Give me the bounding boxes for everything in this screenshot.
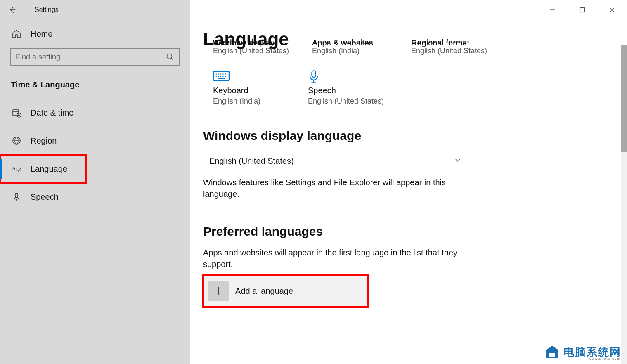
sidebar-item-label: Language [31,164,67,174]
svg-rect-37 [549,352,555,353]
overview-tile-regional-format[interactable]: Regional format English (United States) [411,38,494,55]
add-language-button[interactable]: Add a language [203,275,367,307]
sidebar-item-region[interactable]: Region [0,127,190,155]
tile-title: Keyboard [213,86,291,95]
tile-title: Windows display [213,39,274,44]
svg-point-5 [167,54,172,59]
svg-rect-7 [13,110,19,116]
sidebar-item-label: Date & time [31,108,73,118]
dropdown-selected: English (United States) [209,156,294,166]
add-language-label: Add a language [235,286,293,296]
tile-title: Apps & websites [312,39,373,44]
overview-tile-speech[interactable]: Speech English (United States) [308,67,386,106]
chevron-down-icon [454,157,461,165]
keyboard-icon [213,70,228,82]
svg-line-6 [171,58,173,60]
tile-subtitle: English (United States) [308,97,386,106]
tile-subtitle: English (India) [213,97,291,106]
tile-subtitle: English (United States) [411,47,494,55]
section-heading-preferred-languages: Preferred languages [203,225,627,239]
overview-tile-apps-websites[interactable]: Apps & websites English (India) [312,38,395,55]
sidebar: Settings Home Time & Language Date & [0,0,190,364]
home-icon [12,29,21,39]
language-icon: A字 [12,164,21,174]
display-language-dropdown[interactable]: English (United States) [203,152,467,170]
svg-text:A: A [12,166,16,171]
search-icon [166,53,174,61]
section-heading-display-language: Windows display language [203,129,627,143]
sidebar-item-speech[interactable]: Speech [0,183,190,211]
tile-subtitle: English (United States) [213,47,296,55]
sidebar-item-label: Region [31,136,57,146]
calendar-clock-icon [12,108,21,118]
overview-tile-windows-display[interactable]: Windows display English (United States) [213,38,296,55]
sidebar-item-label: Speech [31,192,59,202]
sidebar-item-language[interactable]: A字 Language [0,155,86,183]
plus-icon [208,281,229,301]
search-input[interactable] [16,53,166,61]
category-title: Time & Language [0,78,190,99]
back-button[interactable] [7,5,17,15]
sidebar-item-home[interactable]: Home [0,20,190,48]
preferred-languages-description: Apps and websites will appear in the fir… [203,247,467,270]
tile-subtitle: English (India) [312,47,395,55]
display-language-description: Windows features like Settings and File … [203,177,467,200]
watermark-sub: www.dnxtw.com [589,357,620,361]
tile-title: Speech [308,86,386,95]
scrollbar-thumb[interactable] [621,45,627,152]
svg-text:字: 字 [16,167,21,173]
main-content: Language Windows display English (United… [190,0,627,364]
search-input-wrapper[interactable] [10,48,180,66]
globe-icon [12,136,21,146]
svg-line-11 [19,115,20,116]
tile-title: Regional format [411,39,469,44]
watermark: 电脑系统网 www.dnxtw.com [544,344,621,360]
svg-rect-31 [312,71,316,77]
sidebar-item-date-time[interactable]: Date & time [0,99,190,127]
app-title: Settings [35,6,59,14]
home-label: Home [31,29,52,39]
svg-rect-17 [15,193,18,198]
microphone-icon [12,192,21,202]
overview-tile-keyboard[interactable]: Keyboard English (India) [213,67,291,106]
microphone-icon [308,70,323,82]
